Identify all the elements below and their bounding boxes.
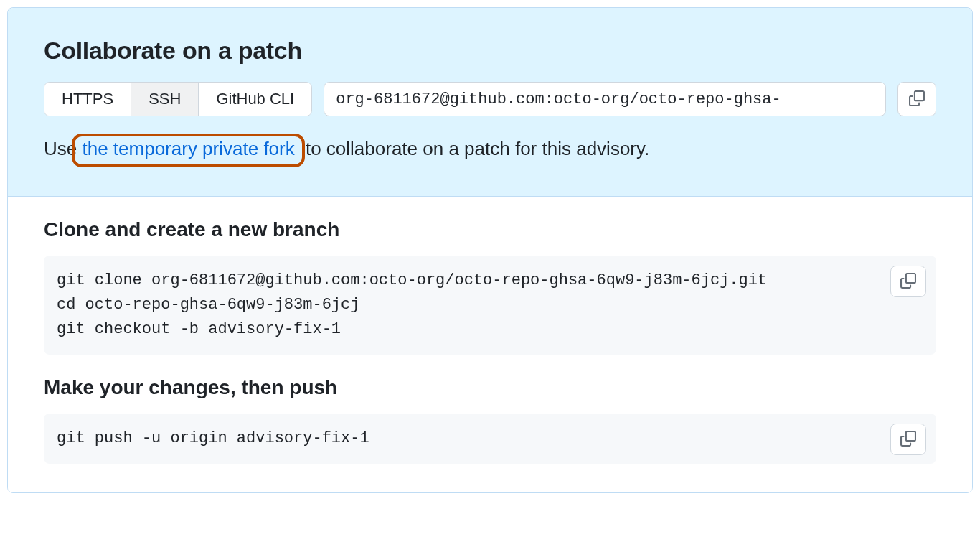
private-fork-link[interactable]: the temporary private fork xyxy=(82,138,294,159)
copy-icon xyxy=(900,273,916,291)
copy-icon xyxy=(909,90,925,108)
collaborate-panel: Collaborate on a patch HTTPS SSH GitHub … xyxy=(7,7,973,493)
clone-url-input[interactable] xyxy=(324,82,886,116)
clone-section-title: Clone and create a new branch xyxy=(44,218,936,241)
protocol-tabs: HTTPS SSH GitHub CLI xyxy=(44,82,312,116)
clone-code-block: git clone org-6811672@github.com:octo-or… xyxy=(44,256,936,355)
clone-code[interactable]: git clone org-6811672@github.com:octo-or… xyxy=(44,256,936,355)
instructions-section: Clone and create a new branch git clone … xyxy=(8,196,972,492)
push-code-block: git push -u origin advisory-fix-1 xyxy=(44,414,936,464)
tab-github-cli[interactable]: GitHub CLI xyxy=(199,83,311,116)
header-section: Collaborate on a patch HTTPS SSH GitHub … xyxy=(8,8,972,196)
helper-after: to collaborate on a patch for this advis… xyxy=(306,138,649,159)
copy-icon xyxy=(900,431,916,449)
copy-url-button[interactable] xyxy=(897,82,936,116)
clone-url-row: HTTPS SSH GitHub CLI xyxy=(44,82,936,116)
panel-title: Collaborate on a patch xyxy=(44,37,936,65)
copy-push-code-button[interactable] xyxy=(890,424,926,455)
link-highlight-frame: the temporary private fork xyxy=(72,134,304,167)
push-section-title: Make your changes, then push xyxy=(44,376,936,399)
copy-clone-code-button[interactable] xyxy=(890,266,926,297)
helper-text: Use the temporary private fork to collab… xyxy=(44,134,936,167)
tab-https[interactable]: HTTPS xyxy=(44,83,131,116)
tab-ssh[interactable]: SSH xyxy=(131,83,199,116)
push-code[interactable]: git push -u origin advisory-fix-1 xyxy=(44,414,936,464)
